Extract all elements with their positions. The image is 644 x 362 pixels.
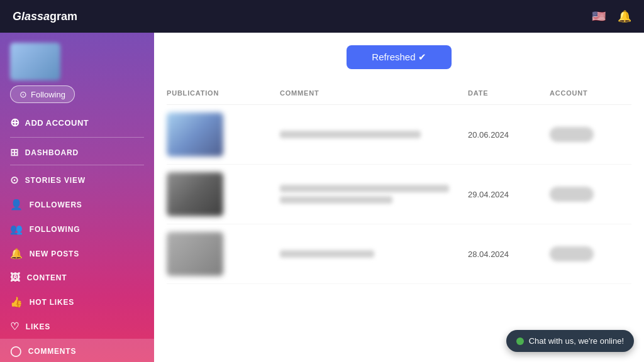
sidebar-divider xyxy=(10,137,144,138)
comment-cell xyxy=(280,248,468,260)
sidebar-item-likes[interactable]: ♡ LIKES xyxy=(0,314,154,339)
sidebar-item-content[interactable]: 🖼 CONTENT xyxy=(0,266,154,290)
publication-cell xyxy=(167,232,280,276)
online-indicator xyxy=(516,337,524,345)
flag-icon[interactable]: 🇺🇸 xyxy=(590,10,608,23)
sidebar: ⊙ Following ⊕ ADD ACCOUNT ⊞ DASHBOARD ⊙ … xyxy=(0,33,154,362)
account-blurred xyxy=(550,187,594,202)
add-account-label: ADD ACCOUNT xyxy=(25,118,89,128)
following-label: Following xyxy=(31,90,65,99)
comment-text-blurred-2 xyxy=(280,196,392,204)
following-icon: 👥 xyxy=(10,223,23,235)
logo-prefix: Glassa xyxy=(13,10,50,23)
publication-cell xyxy=(167,172,280,216)
sidebar-item-hot-likes[interactable]: 👍 HOT LIKES xyxy=(0,290,154,314)
comment-text-blurred xyxy=(280,131,421,138)
navbar: Glassagram 🇺🇸 🔔 xyxy=(0,0,644,33)
sidebar-item-label: FOLLOWING xyxy=(30,225,80,234)
sidebar-item-following[interactable]: 👥 FOLLOWING xyxy=(0,217,154,241)
dashboard-icon: ⊞ xyxy=(10,146,19,158)
publication-thumbnail xyxy=(167,172,223,216)
account-cell xyxy=(550,246,631,261)
logo-suffix: gram xyxy=(50,10,77,23)
comments-icon: ◯ xyxy=(10,345,22,357)
account-cell xyxy=(550,127,631,142)
table-row: 29.04.2024 xyxy=(167,165,631,224)
sidebar-item-new-posts[interactable]: 🔔 NEW POSTS xyxy=(0,241,154,266)
date-cell: 29.04.2024 xyxy=(468,190,550,199)
sidebar-item-label: STORIES VIEW xyxy=(25,176,86,185)
comment-text-blurred xyxy=(280,185,449,192)
main-content: Refreshed ✔ PUBLICATION COMMENT DATE ACC… xyxy=(154,33,644,362)
sidebar-item-comments[interactable]: ◯ COMMENTS xyxy=(0,339,154,362)
followers-icon: 👤 xyxy=(10,199,23,211)
comment-cell xyxy=(280,129,468,140)
sidebar-item-followers[interactable]: 👤 FOLLOWERS xyxy=(0,192,154,217)
comment-cell xyxy=(280,183,468,206)
sidebar-item-label: DASHBOARD xyxy=(25,148,79,157)
sidebar-profile: ⊙ Following xyxy=(0,33,154,108)
navbar-right: 🇺🇸 🔔 xyxy=(590,9,631,23)
refreshed-badge-container: Refreshed ✔ xyxy=(167,45,631,69)
chat-label: Chat with us, we're online! xyxy=(529,336,624,346)
new-posts-icon: 🔔 xyxy=(10,248,23,260)
sidebar-item-label: NEW POSTS xyxy=(30,250,79,258)
publication-thumbnail xyxy=(167,232,223,276)
comments-table: PUBLICATION COMMENT DATE ACCOUNT 20.06.2… xyxy=(167,84,631,284)
sidebar-item-dashboard[interactable]: ⊞ DASHBOARD xyxy=(0,140,154,165)
avatar xyxy=(10,43,60,80)
publication-cell xyxy=(167,112,280,156)
table-row: 20.06.2024 xyxy=(167,105,631,165)
stories-icon: ⊙ xyxy=(10,174,19,186)
account-blurred xyxy=(550,127,594,142)
sidebar-item-label: FOLLOWERS xyxy=(30,200,82,209)
sidebar-item-stories-view[interactable]: ⊙ STORIES VIEW xyxy=(0,168,154,192)
date-cell: 28.04.2024 xyxy=(468,250,550,259)
account-cell xyxy=(550,187,631,202)
table-header: PUBLICATION COMMENT DATE ACCOUNT xyxy=(167,84,631,105)
sidebar-item-label: LIKES xyxy=(26,322,50,331)
sidebar-item-label: COMMENTS xyxy=(28,347,76,356)
check-icon: ⊙ xyxy=(19,89,27,99)
header-publication: PUBLICATION xyxy=(167,89,280,97)
account-blurred xyxy=(550,246,594,261)
date-cell: 20.06.2024 xyxy=(468,130,550,140)
comment-text-blurred xyxy=(280,250,374,258)
refreshed-badge: Refreshed ✔ xyxy=(347,45,451,69)
sidebar-item-label: HOT LIKES xyxy=(30,298,74,307)
header-comment: COMMENT xyxy=(280,89,468,97)
following-button[interactable]: ⊙ Following xyxy=(10,85,75,103)
header-account: ACCOUNT xyxy=(550,89,631,97)
hot-likes-icon: 👍 xyxy=(10,296,23,308)
content-icon: 🖼 xyxy=(10,272,21,283)
publication-thumbnail xyxy=(167,112,223,156)
refreshed-label: Refreshed ✔ xyxy=(372,52,426,63)
plus-circle-icon: ⊕ xyxy=(10,116,20,129)
chat-widget[interactable]: Chat with us, we're online! xyxy=(506,330,634,352)
logo: Glassagram xyxy=(13,10,77,23)
notification-bell-icon[interactable]: 🔔 xyxy=(618,9,631,23)
add-account-button[interactable]: ⊕ ADD ACCOUNT xyxy=(0,108,154,137)
sidebar-item-label: CONTENT xyxy=(27,273,67,282)
header-date: DATE xyxy=(468,89,550,97)
sidebar-divider-2 xyxy=(10,165,144,165)
likes-icon: ♡ xyxy=(10,321,19,332)
table-row: 28.04.2024 xyxy=(167,224,631,284)
